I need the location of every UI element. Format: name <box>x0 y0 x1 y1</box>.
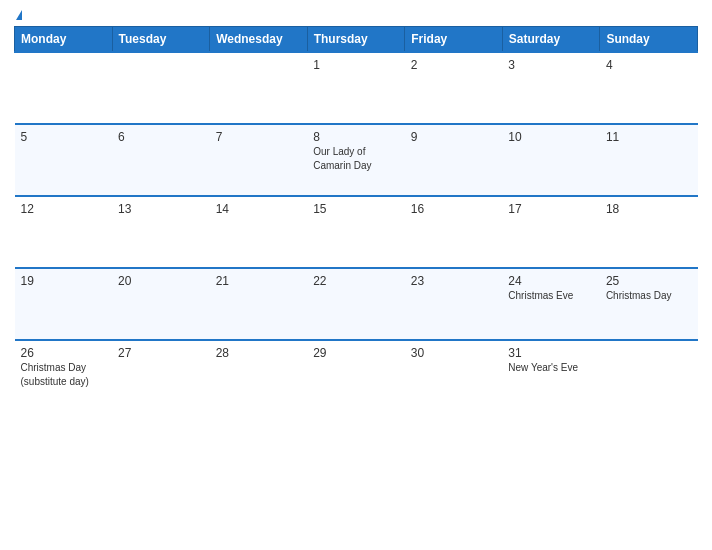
calendar-cell: 17 <box>502 196 600 268</box>
calendar-cell <box>210 52 308 124</box>
week-row-5: 26Christmas Day (substitute day)27282930… <box>15 340 698 412</box>
calendar-cell: 4 <box>600 52 698 124</box>
day-number: 2 <box>411 58 497 72</box>
calendar-cell <box>15 52 113 124</box>
logo <box>14 10 22 20</box>
day-number: 3 <box>508 58 594 72</box>
day-number: 24 <box>508 274 594 288</box>
calendar-cell: 10 <box>502 124 600 196</box>
calendar-cell: 29 <box>307 340 405 412</box>
event-label: Christmas Day <box>606 290 672 301</box>
calendar-cell: 8Our Lady of Camarin Day <box>307 124 405 196</box>
calendar-cell: 30 <box>405 340 503 412</box>
day-number: 8 <box>313 130 399 144</box>
day-number: 26 <box>21 346 107 360</box>
day-number: 4 <box>606 58 692 72</box>
day-number: 16 <box>411 202 497 216</box>
event-label: Christmas Eve <box>508 290 573 301</box>
weekday-header-tuesday: Tuesday <box>112 27 210 53</box>
calendar-cell: 15 <box>307 196 405 268</box>
day-number: 18 <box>606 202 692 216</box>
weekday-header-thursday: Thursday <box>307 27 405 53</box>
calendar-cell: 9 <box>405 124 503 196</box>
calendar-cell: 22 <box>307 268 405 340</box>
calendar-cell: 25Christmas Day <box>600 268 698 340</box>
weekday-header-wednesday: Wednesday <box>210 27 308 53</box>
day-number: 15 <box>313 202 399 216</box>
calendar-cell: 13 <box>112 196 210 268</box>
day-number: 19 <box>21 274 107 288</box>
weekday-header-saturday: Saturday <box>502 27 600 53</box>
calendar-cell: 23 <box>405 268 503 340</box>
calendar-cell: 7 <box>210 124 308 196</box>
weekday-header-row: MondayTuesdayWednesdayThursdayFridaySatu… <box>15 27 698 53</box>
calendar-cell: 1 <box>307 52 405 124</box>
calendar-cell: 24Christmas Eve <box>502 268 600 340</box>
day-number: 21 <box>216 274 302 288</box>
event-label: New Year's Eve <box>508 362 578 373</box>
calendar-cell: 6 <box>112 124 210 196</box>
calendar-cell: 18 <box>600 196 698 268</box>
calendar-cell: 14 <box>210 196 308 268</box>
day-number: 14 <box>216 202 302 216</box>
calendar-cell: 20 <box>112 268 210 340</box>
day-number: 13 <box>118 202 204 216</box>
day-number: 27 <box>118 346 204 360</box>
weekday-header-friday: Friday <box>405 27 503 53</box>
day-number: 28 <box>216 346 302 360</box>
calendar-cell: 26Christmas Day (substitute day) <box>15 340 113 412</box>
day-number: 11 <box>606 130 692 144</box>
calendar-cell <box>600 340 698 412</box>
calendar-table: MondayTuesdayWednesdayThursdayFridaySatu… <box>14 26 698 412</box>
day-number: 30 <box>411 346 497 360</box>
weekday-header-monday: Monday <box>15 27 113 53</box>
day-number: 10 <box>508 130 594 144</box>
calendar-cell: 12 <box>15 196 113 268</box>
day-number: 23 <box>411 274 497 288</box>
event-label: Christmas Day (substitute day) <box>21 362 89 387</box>
day-number: 6 <box>118 130 204 144</box>
day-number: 31 <box>508 346 594 360</box>
day-number: 29 <box>313 346 399 360</box>
day-number: 12 <box>21 202 107 216</box>
calendar-cell: 21 <box>210 268 308 340</box>
day-number: 22 <box>313 274 399 288</box>
day-number: 25 <box>606 274 692 288</box>
calendar-page: MondayTuesdayWednesdayThursdayFridaySatu… <box>0 0 712 550</box>
day-number: 7 <box>216 130 302 144</box>
day-number: 5 <box>21 130 107 144</box>
header <box>14 10 698 20</box>
logo-triangle-icon <box>16 10 22 20</box>
calendar-cell <box>112 52 210 124</box>
calendar-cell: 2 <box>405 52 503 124</box>
week-row-1: 1234 <box>15 52 698 124</box>
calendar-cell: 19 <box>15 268 113 340</box>
weekday-header-sunday: Sunday <box>600 27 698 53</box>
day-number: 17 <box>508 202 594 216</box>
calendar-cell: 11 <box>600 124 698 196</box>
week-row-2: 5678Our Lady of Camarin Day91011 <box>15 124 698 196</box>
day-number: 20 <box>118 274 204 288</box>
calendar-cell: 3 <box>502 52 600 124</box>
calendar-cell: 16 <box>405 196 503 268</box>
event-label: Our Lady of Camarin Day <box>313 146 371 171</box>
week-row-4: 192021222324Christmas Eve25Christmas Day <box>15 268 698 340</box>
calendar-cell: 31New Year's Eve <box>502 340 600 412</box>
day-number: 1 <box>313 58 399 72</box>
calendar-cell: 28 <box>210 340 308 412</box>
day-number: 9 <box>411 130 497 144</box>
week-row-3: 12131415161718 <box>15 196 698 268</box>
calendar-cell: 27 <box>112 340 210 412</box>
calendar-cell: 5 <box>15 124 113 196</box>
